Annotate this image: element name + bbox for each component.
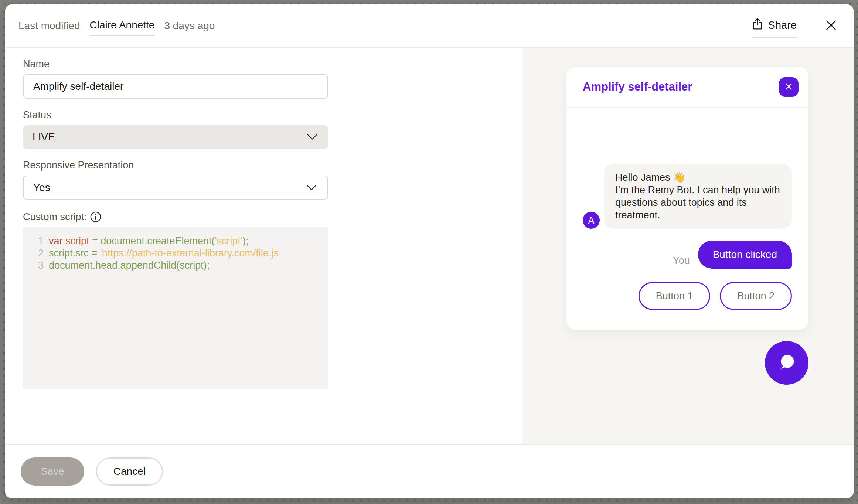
code-token: ); [242, 235, 249, 246]
chat-widget-header: Amplify self-detailer [566, 67, 808, 108]
user-message-bubble: Button clicked [698, 241, 792, 269]
settings-form: Name Status LIVE Responsive Presentation… [5, 48, 522, 444]
code-token: script.src = [49, 248, 100, 259]
chat-close-button[interactable] [779, 77, 799, 97]
code-token: = [89, 235, 101, 246]
close-dialog-button[interactable] [825, 19, 837, 33]
edit-dialog: Last modified Claire Annette 3 days ago … [5, 4, 854, 498]
topbar-actions: Share [752, 16, 837, 36]
name-label: Name [23, 57, 522, 71]
status-value: LIVE [33, 131, 55, 143]
user-message-text: Button clicked [713, 249, 777, 260]
last-modified-meta: Last modified Claire Annette 3 days ago [18, 17, 215, 34]
line-number: 2 [28, 247, 44, 259]
chat-messages: A Hello James 👋 I’m the Remy Bot. I can … [566, 108, 808, 330]
code-token: 'https://path-to-external-library.com/fi… [100, 248, 279, 259]
last-modified-label: Last modified [18, 20, 80, 32]
dialog-body: Name Status LIVE Responsive Presentation… [5, 48, 854, 444]
chat-preview-panel: Amplify self-detailer A [522, 48, 854, 444]
chat-widget-title: Amplify self-detailer [583, 80, 692, 93]
code-token: document.head.appendChild(script); [49, 260, 210, 271]
chat-widget: Amplify self-detailer A [566, 67, 808, 330]
status-label: Status [23, 108, 522, 122]
bot-message-text: I’m the Remy Bot. I can help you with qu… [615, 184, 780, 221]
dialog-footer: Save Cancel [5, 444, 854, 498]
chevron-down-icon [307, 134, 318, 140]
bot-greeting: Hello James [615, 172, 673, 183]
code-line: 3document.head.appendChild(script); [28, 259, 328, 272]
code-token: script [65, 235, 89, 246]
chat-launcher-button[interactable] [765, 341, 808, 385]
bot-message-bubble: Hello James 👋 I’m the Remy Bot. I can he… [604, 164, 792, 229]
responsive-presentation-value: Yes [33, 182, 50, 194]
modified-by-author: Claire Annette [90, 19, 155, 36]
close-icon [825, 19, 837, 33]
line-number: 3 [28, 259, 44, 272]
close-icon [785, 83, 793, 91]
share-icon [752, 18, 763, 33]
status-select[interactable]: LIVE [23, 125, 328, 149]
custom-script-label: Custom script: [23, 210, 87, 224]
quick-reply-button-2[interactable]: Button 2 [720, 282, 792, 310]
chevron-down-icon [306, 184, 317, 191]
info-icon[interactable] [90, 211, 102, 223]
responsive-presentation-label: Responsive Presentation [23, 159, 522, 172]
save-button[interactable]: Save [21, 457, 84, 486]
waving-hand-emoji: 👋 [673, 172, 685, 183]
modified-time-ago: 3 days ago [164, 20, 215, 32]
cancel-button[interactable]: Cancel [96, 457, 163, 486]
bot-message-row: A Hello James 👋 I’m the Remy Bot. I can … [583, 164, 792, 229]
bot-avatar: A [583, 212, 600, 229]
share-button[interactable]: Share [752, 18, 797, 38]
code-token: document.createElement( [101, 235, 215, 246]
dialog-topbar: Last modified Claire Annette 3 days ago … [5, 4, 854, 48]
quick-replies: Button 1 Button 2 [583, 282, 792, 310]
user-message-row: You Button clicked [583, 241, 792, 269]
avatar-letter: A [588, 215, 595, 226]
user-label: You [673, 255, 690, 269]
quick-reply-button-1[interactable]: Button 1 [639, 282, 711, 310]
share-label: Share [768, 19, 797, 31]
line-number: 1 [28, 235, 44, 247]
speech-bubble-icon [775, 351, 798, 375]
custom-script-editor[interactable]: 1var script = document.createElement('sc… [23, 227, 328, 389]
name-input[interactable] [23, 74, 328, 99]
code-line: 1var script = document.createElement('sc… [28, 235, 328, 247]
code-token: 'script' [215, 235, 242, 246]
code-line: 2script.src = 'https://path-to-external-… [28, 247, 328, 259]
code-token: var [49, 235, 65, 246]
responsive-presentation-select[interactable]: Yes [23, 176, 328, 200]
